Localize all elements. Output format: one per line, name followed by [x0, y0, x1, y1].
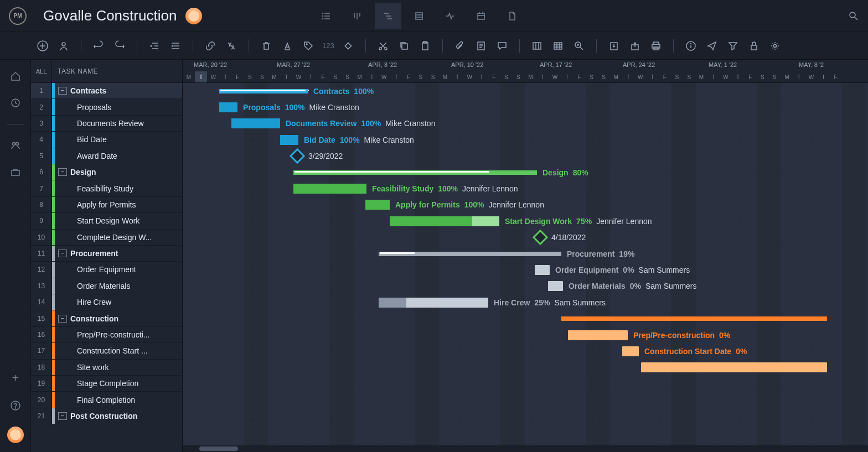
gantt-bar[interactable]: Procurement 19% [379, 249, 561, 259]
search-icon[interactable] [848, 11, 859, 22]
view-file-icon[interactable] [499, 3, 525, 29]
gantt-bar[interactable]: Order Equipment 0% Sam Summers [535, 265, 550, 275]
view-list-icon[interactable] [313, 3, 339, 29]
unlink-button[interactable] [222, 37, 241, 55]
delete-button[interactable] [257, 37, 276, 55]
gantt-bar[interactable]: Contracts 100% [219, 86, 308, 96]
gantt-bar[interactable] [561, 314, 827, 324]
column-all[interactable]: ALL [31, 60, 52, 82]
print-button[interactable] [647, 37, 665, 55]
task-row[interactable]: 2Proposals [31, 99, 182, 115]
team-icon[interactable] [10, 140, 21, 151]
task-row[interactable]: 10Complete Design W... [31, 230, 182, 246]
collapse-toggle[interactable]: − [58, 250, 67, 257]
gantt-bar[interactable] [641, 362, 827, 372]
indent-button[interactable] [166, 37, 185, 55]
task-row[interactable]: 6−Design [31, 164, 182, 180]
gantt-row: 4/18/2022 [183, 230, 868, 246]
undo-button[interactable] [89, 37, 108, 55]
zoom-button[interactable] [570, 37, 588, 55]
task-row[interactable]: 20Final Completion [31, 392, 182, 408]
help-icon[interactable] [10, 400, 21, 411]
settings-button[interactable] [766, 37, 784, 55]
columns-button[interactable] [528, 37, 546, 55]
gantt-bar[interactable]: Construction Start Date 0% [622, 346, 639, 356]
collapse-toggle[interactable]: − [58, 412, 67, 420]
send-button[interactable] [702, 37, 721, 55]
gantt-bar[interactable]: Start Design Work 75% Jennifer Lennon [390, 216, 499, 226]
tag-button[interactable] [299, 37, 318, 55]
gantt-body[interactable]: Contracts 100%Proposals 100% Mike Cranst… [183, 83, 868, 445]
day-cell: W [207, 71, 219, 82]
briefcase-icon[interactable] [10, 167, 21, 178]
add-icon[interactable]: + [12, 372, 19, 385]
attachment-button[interactable] [451, 37, 469, 55]
day-cell: T [304, 71, 317, 82]
view-calendar-icon[interactable] [468, 3, 494, 29]
cut-button[interactable] [374, 37, 392, 55]
add-button[interactable] [33, 37, 52, 55]
task-row[interactable]: 3Documents Review [31, 116, 182, 132]
gantt-bar[interactable]: 3/29/2022 [292, 151, 303, 161]
lock-button[interactable] [745, 37, 763, 55]
app-logo[interactable]: PM [9, 7, 27, 25]
horizontal-scrollbar[interactable] [183, 445, 868, 452]
view-board-icon[interactable] [344, 3, 370, 29]
gantt-bar[interactable]: Order Materials 0% Sam Summers [548, 281, 563, 291]
user-avatar[interactable] [7, 427, 24, 443]
task-row[interactable]: 1−Contracts [31, 83, 182, 99]
task-row[interactable]: 14Hire Crew [31, 294, 182, 310]
paste-button[interactable] [416, 37, 435, 55]
task-row[interactable]: 4Bid Date [31, 132, 182, 148]
task-row[interactable]: 16Prep/Pre-constructi... [31, 327, 182, 343]
task-name: Final Completion [55, 396, 182, 404]
view-gantt-icon[interactable] [375, 3, 401, 29]
redo-button[interactable] [110, 37, 129, 55]
copy-button[interactable] [395, 37, 414, 55]
task-row[interactable]: 17Construction Start ... [31, 343, 182, 359]
collapse-toggle[interactable]: − [58, 315, 67, 323]
task-row[interactable]: 9Start Design Work [31, 213, 182, 229]
recent-icon[interactable] [10, 97, 21, 108]
outdent-button[interactable] [145, 37, 164, 55]
gantt-bar[interactable]: Proposals 100% Mike Cranston [219, 102, 237, 112]
view-sheet-icon[interactable] [406, 3, 432, 29]
gantt-bar[interactable]: Feasibility Study 100% Jennifer Lennon [293, 184, 366, 194]
notes-button[interactable] [472, 37, 490, 55]
gantt-bar[interactable]: Prep/Pre-construction 0% [568, 330, 628, 340]
collapse-toggle[interactable]: − [58, 87, 67, 95]
task-row[interactable]: 19Stage Completion [31, 376, 182, 392]
task-row[interactable]: 18Site work [31, 360, 182, 376]
task-row[interactable]: 12Order Equipment [31, 262, 182, 278]
task-row[interactable]: 5Award Date [31, 148, 182, 164]
gantt-bar[interactable]: Bid Date 100% Mike Cranston [280, 135, 298, 145]
task-row[interactable]: 21−Post Construction [31, 408, 182, 424]
comment-button[interactable] [493, 37, 512, 55]
gantt-bar[interactable]: Hire Crew 25% Sam Summers [379, 298, 488, 308]
view-activity-icon[interactable] [437, 3, 463, 29]
task-row[interactable]: 15−Construction [31, 310, 182, 326]
info-button[interactable] [681, 37, 700, 55]
gantt-bar[interactable]: Design 80% [293, 168, 537, 178]
gantt-bar[interactable]: Documents Review 100% Mike Cranston [231, 118, 280, 128]
task-row[interactable]: 11−Procurement [31, 246, 182, 262]
gantt-bar[interactable]: 4/18/2022 [535, 232, 546, 242]
task-row[interactable]: 8Apply for Permits [31, 197, 182, 213]
share-button[interactable] [626, 37, 644, 55]
assign-button[interactable] [54, 37, 73, 55]
grid-button[interactable] [549, 37, 567, 55]
day-cell: F [829, 71, 841, 82]
filter-button[interactable] [724, 37, 742, 55]
task-row[interactable]: 13Order Materials [31, 278, 182, 294]
export-button[interactable] [604, 37, 623, 55]
home-icon[interactable] [10, 71, 21, 82]
collapse-toggle[interactable]: − [58, 168, 67, 176]
text-style-button[interactable] [278, 37, 297, 55]
project-avatar[interactable] [185, 8, 202, 24]
task-row[interactable]: 7Feasibility Study [31, 180, 182, 196]
column-task-name[interactable]: TASK NAME [52, 60, 182, 82]
gantt-bar[interactable]: Apply for Permits 100% Jennifer Lennon [365, 200, 390, 210]
milestone-button[interactable] [339, 37, 358, 55]
date-label: APR, 10 '22 [451, 61, 483, 68]
link-button[interactable] [201, 37, 220, 55]
